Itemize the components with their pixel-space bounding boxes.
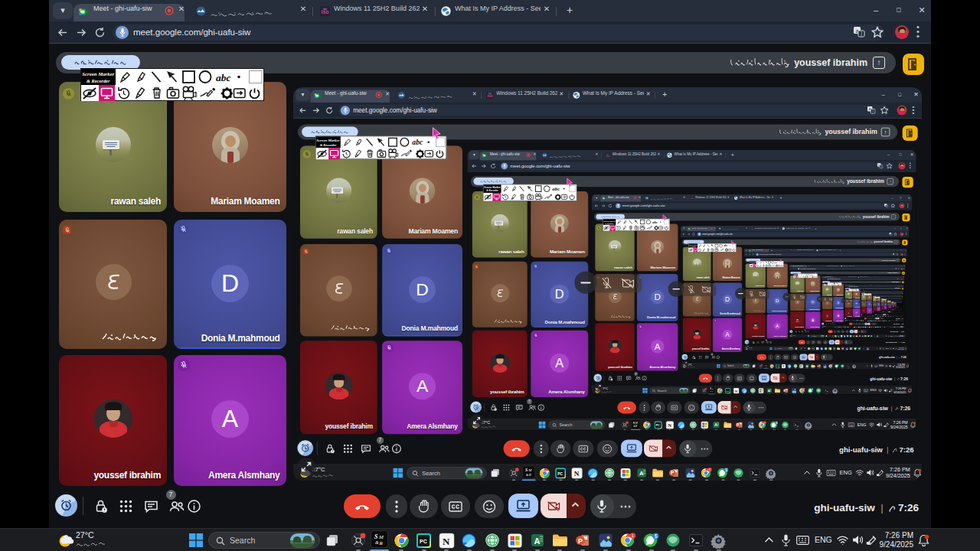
svg-text:$: $ [877, 326, 878, 327]
svg-text:P: P [858, 335, 858, 336]
svg-text:أ: أ [872, 109, 873, 113]
svg-text:$: $ [811, 388, 812, 390]
svg-text:1: 1 [632, 533, 634, 538]
svg-text:1: 1 [865, 334, 866, 335]
svg-text:PC: PC [557, 471, 563, 475]
svg-text:1: 1 [875, 326, 876, 327]
svg-text:PC: PC [855, 326, 856, 327]
svg-text:abc: abc [412, 138, 423, 146]
svg-text:&: & [375, 540, 379, 545]
svg-text:S: S [374, 533, 378, 540]
svg-text:A: A [639, 470, 643, 477]
svg-text:&: & [764, 366, 766, 367]
svg-text:S: S [525, 468, 528, 472]
svg-text:abc: abc [216, 71, 231, 83]
svg-text:&: & [710, 390, 711, 392]
svg-text:$: $ [775, 421, 776, 424]
svg-text:PC: PC [726, 390, 729, 392]
svg-text:S: S [764, 364, 766, 365]
svg-text:$: $ [654, 533, 657, 539]
svg-text:a: a [894, 268, 895, 269]
svg-text:P: P [870, 326, 871, 327]
svg-text:P: P [578, 537, 583, 545]
svg-text:a: a [889, 232, 890, 233]
svg-text:(●): (●) [691, 197, 692, 197]
svg-text:R: R [379, 540, 384, 546]
svg-text:R: R [865, 320, 866, 321]
svg-text:A: A [852, 334, 853, 336]
svg-text:N: N [840, 334, 841, 336]
svg-text:A: A [876, 320, 877, 321]
svg-text:abc: abc [854, 289, 856, 289]
svg-text:PC: PC [420, 539, 427, 544]
svg-text:R: R [528, 473, 531, 477]
svg-text:M: M [378, 534, 384, 540]
svg-text:abc: abc [867, 293, 869, 294]
svg-text:abc: abc [652, 220, 658, 223]
svg-text:a: a [868, 106, 871, 111]
svg-text:PC: PC [655, 424, 659, 427]
svg-text:&: & [803, 348, 804, 349]
svg-text:P: P [817, 365, 818, 367]
svg-text:PC: PC [776, 365, 778, 367]
svg-text:abc: abc [773, 261, 776, 263]
svg-text:N: N [443, 536, 450, 547]
svg-text:a: a [884, 204, 886, 206]
svg-text:&: & [632, 424, 635, 427]
svg-text:A: A [714, 422, 717, 427]
svg-text:&: & [525, 472, 528, 476]
svg-text:1: 1 [709, 468, 710, 471]
svg-text:P: P [841, 347, 842, 349]
svg-text:iso: iso [824, 265, 825, 266]
svg-text:$: $ [724, 468, 727, 472]
svg-text:1: 1 [802, 387, 803, 389]
svg-text:A: A [767, 389, 769, 393]
svg-text:N: N [815, 347, 817, 350]
svg-text:(●): (●) [606, 153, 609, 155]
svg-text:abc: abc [877, 296, 877, 297]
svg-text:P: P [670, 470, 674, 475]
svg-text:N: N [858, 326, 858, 327]
svg-text:PC: PC [812, 348, 813, 349]
svg-text:P: P [736, 423, 738, 427]
svg-text:N: N [782, 364, 784, 367]
svg-text:PC: PC [837, 335, 838, 336]
svg-text:S: S [803, 347, 804, 347]
svg-text:abc: abc [723, 244, 727, 247]
svg-text:A: A [805, 364, 807, 367]
svg-text:abc: abc [551, 186, 559, 191]
svg-text:N: N [733, 389, 737, 393]
svg-text:N: N [667, 422, 671, 428]
svg-text:$: $ [868, 334, 869, 335]
svg-text:1: 1 [763, 422, 765, 424]
svg-text:a: a [877, 164, 879, 167]
svg-text:(●): (●) [488, 92, 492, 95]
svg-text:أ: أ [880, 165, 881, 168]
svg-text:N: N [573, 470, 579, 478]
svg-text:A: A [534, 536, 540, 546]
svg-text:A: A [832, 347, 834, 349]
svg-text:A: A [866, 326, 867, 327]
svg-text:(●): (●) [323, 7, 328, 11]
svg-text:a: a [892, 253, 893, 254]
svg-text:P: P [783, 389, 786, 392]
svg-text:abc: abc [810, 273, 812, 275]
svg-text:M: M [528, 468, 532, 472]
